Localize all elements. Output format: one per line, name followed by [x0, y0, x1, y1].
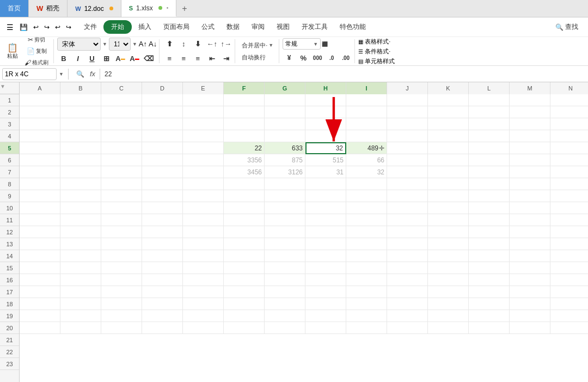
font-color-button[interactable]: A▬: [128, 52, 141, 65]
cell-f7[interactable]: 3456: [224, 166, 265, 178]
align-middle-button[interactable]: ↕: [177, 38, 190, 51]
cell-n1[interactable]: [550, 94, 588, 106]
row-header-10[interactable]: 10: [0, 202, 19, 214]
indent-right-button[interactable]: ↑→: [219, 38, 232, 51]
col-header-m[interactable]: M: [510, 82, 550, 94]
cell-g4[interactable]: [265, 130, 305, 142]
cell-k1[interactable]: [428, 94, 469, 106]
cell-n7[interactable]: [550, 166, 588, 178]
cell-b7[interactable]: [60, 166, 101, 178]
row-header-9[interactable]: 9: [0, 190, 19, 202]
menu-special[interactable]: 特色功能: [334, 20, 371, 34]
cell-k6[interactable]: [428, 154, 469, 166]
row-header-18[interactable]: 18: [0, 298, 19, 310]
row-header-19[interactable]: 19: [0, 310, 19, 322]
decrease-font-icon[interactable]: A↓: [149, 40, 157, 48]
cell-j4[interactable]: [387, 130, 428, 142]
cell-m2[interactable]: [510, 106, 550, 118]
copy-button[interactable]: 📄 复制: [22, 46, 51, 56]
underline-button[interactable]: U: [85, 52, 99, 65]
cell-j3[interactable]: [387, 118, 428, 130]
row-header-13[interactable]: 13: [0, 238, 19, 250]
col-header-a[interactable]: A: [20, 82, 60, 94]
cell-m7[interactable]: [510, 166, 550, 178]
cell-m5[interactable]: [510, 142, 550, 154]
paste-button[interactable]: 📋 粘贴: [4, 41, 21, 62]
col-header-e[interactable]: E: [183, 82, 224, 94]
col-header-l[interactable]: L: [469, 82, 510, 94]
tab-word[interactable]: W 12.doc: [68, 0, 121, 17]
cut-button[interactable]: ✂ 剪切: [22, 37, 51, 45]
cell-n4[interactable]: [550, 130, 588, 142]
col-header-c[interactable]: C: [101, 82, 142, 94]
cell-a8[interactable]: [20, 178, 60, 190]
merge-button[interactable]: 合并居中· ▼: [238, 40, 277, 51]
menu-view[interactable]: 视图: [271, 20, 295, 34]
menu-review[interactable]: 审阅: [246, 20, 270, 34]
cell-c1[interactable]: [101, 94, 142, 106]
table-style-button[interactable]: ▦ 表格样式·: [358, 38, 395, 46]
cell-m4[interactable]: [510, 130, 550, 142]
cell-d1[interactable]: [142, 94, 183, 106]
cell-a7[interactable]: [20, 166, 60, 178]
add-tab-button[interactable]: +: [176, 0, 192, 17]
row-header-12[interactable]: 12: [0, 226, 19, 238]
cell-n3[interactable]: [550, 118, 588, 130]
cell-k5[interactable]: [428, 142, 469, 154]
cell-m3[interactable]: [510, 118, 550, 130]
cell-i5[interactable]: 489 ✛: [346, 142, 387, 154]
cell-g1[interactable]: [265, 94, 305, 106]
row-header-23[interactable]: 23: [0, 358, 19, 370]
fill-color-button[interactable]: A▬: [114, 52, 127, 65]
tab-wps[interactable]: W 稻壳: [29, 0, 68, 17]
cell-m1[interactable]: [510, 94, 550, 106]
row-header-8[interactable]: 8: [0, 178, 19, 190]
row-header-5[interactable]: 5: [0, 142, 19, 154]
cell-c5[interactable]: [101, 142, 142, 154]
row-header-4[interactable]: 4: [0, 130, 19, 142]
font-name-select[interactable]: 宋体: [57, 38, 101, 51]
align-right-button[interactable]: ≡: [191, 52, 204, 65]
cell-f5[interactable]: 22: [224, 142, 265, 154]
formula-input[interactable]: [105, 70, 586, 78]
cell-g5[interactable]: 633: [265, 142, 305, 154]
row-header-20[interactable]: 20: [0, 322, 19, 334]
cell-h2[interactable]: [305, 106, 346, 118]
cell-l7[interactable]: [469, 166, 510, 178]
cell-j2[interactable]: [387, 106, 428, 118]
col-header-f[interactable]: F: [224, 82, 265, 94]
clear-button[interactable]: ⌫: [142, 52, 155, 65]
wrap-button[interactable]: 自动换行: [238, 52, 277, 63]
conditional-format-button[interactable]: ☰ 条件格式·: [358, 47, 395, 56]
undo-icon[interactable]: ↩: [32, 22, 40, 32]
cell-g7[interactable]: 3126: [265, 166, 305, 178]
cell-j5[interactable]: [387, 142, 428, 154]
col-header-i[interactable]: I: [346, 82, 387, 94]
number-format-select[interactable]: 常规 ▼: [283, 38, 321, 50]
currency-button[interactable]: ¥: [283, 51, 296, 64]
cell-f1[interactable]: [224, 94, 265, 106]
cell-style-button[interactable]: ▤ 单元格样式: [358, 57, 395, 65]
menu-file[interactable]: 文件: [78, 20, 102, 34]
redo-icon[interactable]: ↪: [42, 22, 51, 32]
menu-page-layout[interactable]: 页面布局: [158, 20, 195, 34]
row-header-17[interactable]: 17: [0, 286, 19, 298]
cell-a1[interactable]: [20, 94, 60, 106]
align-bottom-button[interactable]: ⬇: [191, 38, 204, 51]
format-painter-button[interactable]: 🖌 格式刷: [22, 58, 51, 65]
save-icon[interactable]: 💾: [18, 22, 29, 32]
menu-formula[interactable]: 公式: [196, 20, 220, 34]
cell-h5[interactable]: 32: [305, 142, 346, 154]
cell-a2[interactable]: [20, 106, 60, 118]
cell-k7[interactable]: [428, 166, 469, 178]
cell-h7[interactable]: 31: [305, 166, 346, 178]
cell-l1[interactable]: [469, 94, 510, 106]
row-header-15[interactable]: 15: [0, 262, 19, 274]
cell-i3[interactable]: [346, 118, 387, 130]
undo2-icon[interactable]: ↩: [53, 22, 62, 32]
cell-h1[interactable]: [305, 94, 346, 106]
row-header-6[interactable]: 6: [0, 154, 19, 166]
cell-b2[interactable]: [60, 106, 101, 118]
cell-b1[interactable]: [60, 94, 101, 106]
cell-d5[interactable]: [142, 142, 183, 154]
